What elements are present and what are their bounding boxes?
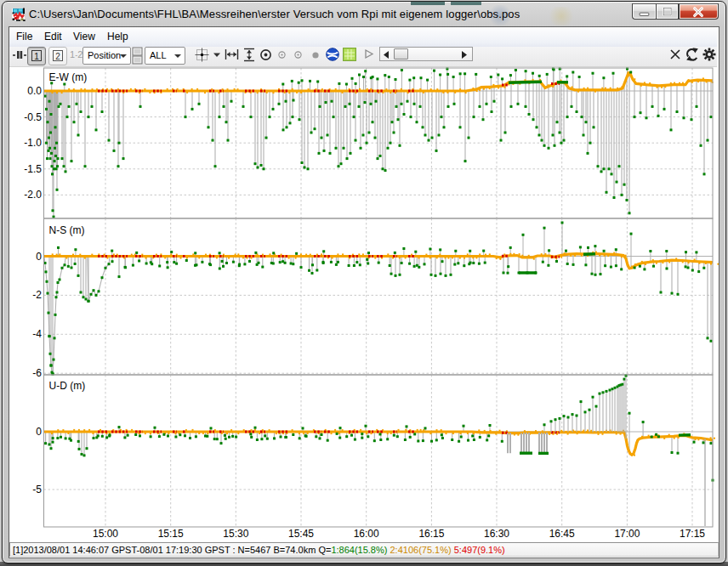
svg-text:0: 0 [36, 251, 42, 263]
svg-text:U-D (m): U-D (m) [49, 380, 86, 392]
svg-text:15:45: 15:45 [288, 528, 314, 540]
svg-text:-0.5: -0.5 [24, 111, 42, 123]
svg-text:16:30: 16:30 [484, 528, 509, 540]
svg-text:-1.0: -1.0 [24, 137, 42, 149]
svg-text:16:00: 16:00 [354, 528, 379, 540]
svg-text:15:15: 15:15 [158, 528, 184, 540]
svg-text:-4: -4 [32, 328, 42, 340]
svg-text:-6: -6 [32, 367, 42, 379]
svg-text:-5: -5 [32, 484, 42, 495]
svg-text:17:00: 17:00 [614, 528, 640, 540]
svg-text:17:15: 17:15 [680, 528, 705, 540]
svg-text:N-S (m): N-S (m) [49, 224, 85, 236]
svg-text:0.0: 0.0 [27, 85, 42, 97]
svg-text:15:30: 15:30 [223, 528, 248, 540]
svg-text:-2: -2 [32, 289, 42, 301]
svg-text:-1.5: -1.5 [24, 163, 42, 175]
svg-text:15:00: 15:00 [93, 528, 118, 540]
svg-text:16:15: 16:15 [418, 528, 444, 540]
svg-text:-2.0: -2.0 [24, 189, 42, 201]
svg-text:0: 0 [36, 426, 42, 438]
svg-text:E-W (m): E-W (m) [49, 71, 88, 83]
svg-text:16:45: 16:45 [549, 528, 575, 540]
